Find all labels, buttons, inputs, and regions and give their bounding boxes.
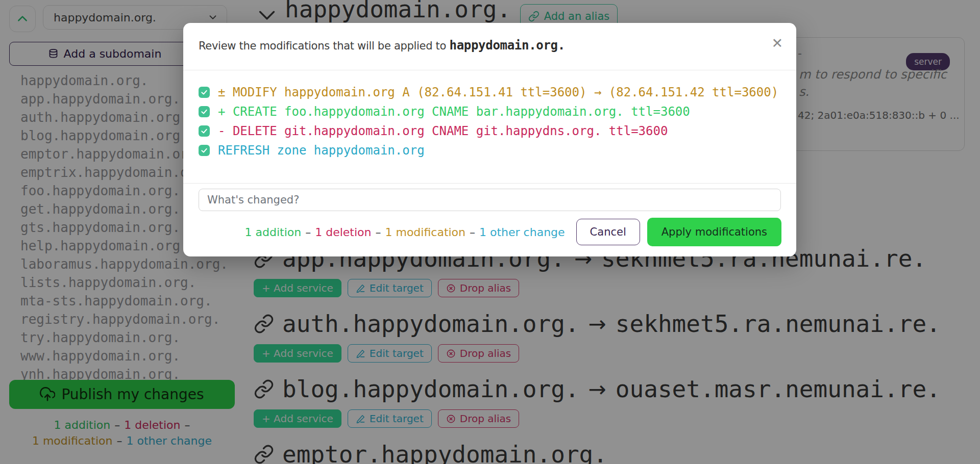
review-modifications-modal: Review the modifications that will be ap… [183, 23, 796, 256]
cancel-button[interactable]: Cancel [576, 219, 640, 245]
change-summary-segment: 1 modification [385, 226, 465, 239]
modal-header: Review the modifications that will be ap… [183, 23, 796, 70]
change-summary-segment: 1 other change [479, 226, 565, 239]
modification-list: ± MODIFY happydomain.org A (82.64.151.41… [183, 70, 796, 172]
modification-text: - DELETE git.happydomain.org CNAME git.h… [218, 124, 668, 138]
change-summary-segment: – [305, 226, 311, 239]
happydomain-app: happydomain.org. Add a subdomain happydo… [0, 0, 980, 464]
change-summary-segment: 1 addition [245, 226, 302, 239]
modification-row: + CREATE foo.happydomain.org CNAME bar.h… [199, 104, 781, 119]
modal-footer: 1 addition–1 deletion–1 modification–1 o… [183, 218, 796, 246]
modal-title-domain: happydomain.org. [449, 38, 565, 53]
modal-change-summary: 1 addition–1 deletion–1 modification–1 o… [243, 226, 567, 239]
close-icon[interactable]: ✕ [771, 36, 783, 50]
change-summary-segment: – [375, 226, 381, 239]
apply-modifications-button[interactable]: Apply modifications [647, 218, 781, 246]
modification-checkbox[interactable] [199, 145, 210, 156]
modification-row: ± MODIFY happydomain.org A (82.64.151.41… [199, 85, 781, 100]
modification-text: + CREATE foo.happydomain.org CNAME bar.h… [218, 105, 690, 119]
change-summary-segment: – [470, 226, 475, 239]
modification-row: REFRESH zone happydomain.org [199, 143, 781, 158]
modification-checkbox[interactable] [199, 125, 210, 137]
modification-row: - DELETE git.happydomain.org CNAME git.h… [199, 123, 781, 139]
modal-title: Review the modifications that will be ap… [199, 37, 781, 54]
modal-divider [183, 183, 796, 184]
modification-text: ± MODIFY happydomain.org A (82.64.151.41… [218, 85, 778, 99]
modification-checkbox[interactable] [199, 106, 210, 117]
change-summary-segment: 1 deletion [315, 226, 371, 239]
change-comment-input[interactable] [199, 189, 781, 211]
modification-text: REFRESH zone happydomain.org [218, 143, 425, 158]
modification-checkbox[interactable] [199, 87, 210, 98]
